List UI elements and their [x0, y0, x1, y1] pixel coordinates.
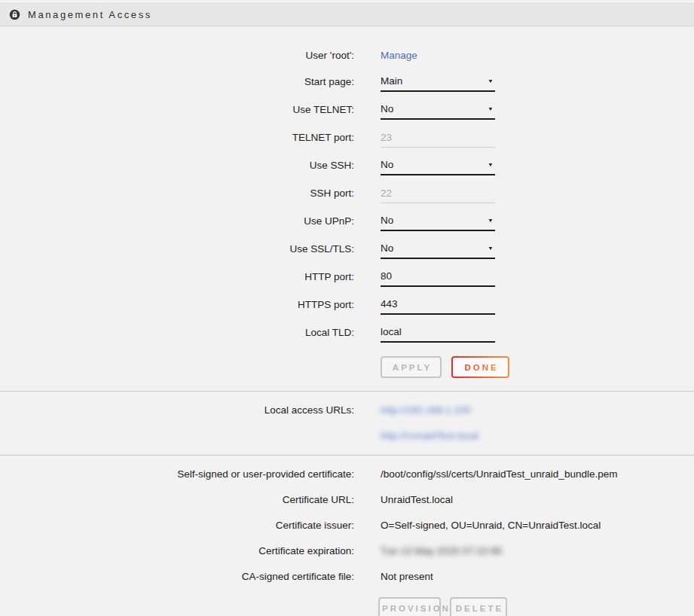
cert-row-bundle: Self-signed or user-provided certificate…	[0, 461, 694, 486]
form-row-telnet-port: TELNET port:	[0, 124, 694, 151]
form-row-use-telnet: Use TELNET: No ▼	[0, 96, 694, 124]
use-ssh-select[interactable]: No ▼	[381, 156, 495, 175]
page-title: Management Access	[28, 9, 152, 20]
cert-bundle-value: /boot/config/ssl/certs/UnraidTest_unraid…	[381, 468, 617, 480]
ca-file-value: Not present	[381, 571, 433, 582]
cert-url-value: UnraidTest.local	[381, 494, 453, 505]
cert-expiration-label: Certificate expiration:	[0, 545, 354, 557]
http-port-input[interactable]	[381, 267, 495, 287]
lock-icon	[9, 9, 20, 20]
form-row-http-port: HTTP port:	[0, 263, 694, 291]
use-upnp-select[interactable]: No ▼	[381, 212, 495, 231]
cert-row-expiration: Certificate expiration: Tue 13 May 2025 …	[0, 538, 694, 563]
use-ssl-select[interactable]: No ▼	[381, 239, 495, 259]
https-port-input[interactable]	[381, 295, 495, 315]
form-row-use-ssh: Use SSH: No ▼	[0, 151, 694, 179]
form-row-use-upnp: Use UPnP: No ▼	[0, 207, 694, 235]
local-access-row: http://UnraidTest.local	[0, 422, 694, 448]
use-telnet-value: No	[381, 103, 393, 114]
cert-url-label: Certificate URL:	[0, 494, 354, 505]
form-row-local-tld: Local TLD:	[0, 319, 694, 346]
use-upnp-label: Use UPnP:	[0, 215, 354, 227]
local-access-section: Local access URLs: http://192.168.1.100 …	[0, 392, 694, 455]
form-row-https-port: HTTPS port:	[0, 291, 694, 319]
cert-issuer-label: Certificate issuer:	[0, 520, 354, 531]
manage-root-link[interactable]: Manage	[381, 50, 417, 61]
form-buttons: APPLY DONE	[381, 356, 694, 378]
done-button-label: DONE	[464, 363, 498, 372]
chevron-down-icon: ▼	[488, 245, 494, 252]
cert-row-issuer: Certificate issuer: O=Self-signed, OU=Un…	[0, 512, 694, 538]
use-upnp-value: No	[381, 215, 393, 226]
ca-file-label: CA-signed certificate file:	[0, 571, 354, 582]
start-page-select[interactable]: Main ▼	[381, 72, 495, 92]
local-tld-input[interactable]	[381, 323, 495, 343]
cert-bundle-label: Self-signed or user-provided certificate…	[0, 468, 354, 480]
done-button[interactable]: DONE	[451, 356, 509, 378]
local-access-label: Local access URLs:	[0, 404, 354, 416]
telnet-port-label: TELNET port:	[0, 132, 354, 143]
use-telnet-select[interactable]: No ▼	[381, 100, 495, 120]
cert-row-ca-file: CA-signed certificate file: Not present	[0, 563, 694, 589]
use-ssl-label: Use SSL/TLS:	[0, 243, 354, 255]
cert-issuer-value: O=Self-signed, OU=Unraid, CN=UnraidTest.…	[381, 520, 601, 531]
user-root-label: User 'root':	[0, 50, 354, 61]
ssh-port-input	[381, 184, 495, 203]
chevron-down-icon: ▼	[488, 106, 494, 112]
form-row-start-page: Start page: Main ▼	[0, 68, 694, 96]
form-row-use-ssl: Use SSL/TLS: No ▼	[0, 235, 694, 263]
start-page-value: Main	[381, 75, 402, 87]
start-page-label: Start page:	[0, 76, 354, 87]
management-access-form: User 'root': Manage Start page: Main ▼ U…	[0, 26, 694, 391]
use-ssh-value: No	[381, 159, 393, 170]
local-tld-label: Local TLD:	[0, 327, 354, 338]
titlebar: Management Access	[0, 3, 694, 26]
chevron-down-icon: ▼	[488, 162, 494, 168]
chevron-down-icon: ▼	[488, 78, 494, 84]
local-access-row: Local access URLs: http://192.168.1.100	[0, 397, 694, 422]
http-port-label: HTTP port:	[0, 271, 354, 282]
cert-row-url: Certificate URL: UnraidTest.local	[0, 486, 694, 512]
use-ssh-label: Use SSH:	[0, 160, 354, 171]
local-access-url-2[interactable]: http://UnraidTest.local	[381, 430, 478, 441]
provision-button[interactable]: PROVISION	[378, 597, 441, 616]
certificates-section: Self-signed or user-provided certificate…	[0, 456, 694, 616]
use-ssl-value: No	[381, 242, 393, 254]
delete-button[interactable]: DELETE	[450, 597, 507, 616]
https-port-label: HTTPS port:	[0, 299, 354, 310]
local-access-url-1[interactable]: http://192.168.1.100	[381, 404, 471, 416]
apply-button[interactable]: APPLY	[381, 356, 442, 378]
use-telnet-label: Use TELNET:	[0, 104, 354, 115]
ssh-port-label: SSH port:	[0, 188, 354, 199]
chevron-down-icon: ▼	[488, 218, 494, 224]
form-row-ssh-port: SSH port:	[0, 179, 694, 207]
certificate-buttons: PROVISION DELETE	[378, 597, 694, 616]
form-row-user-root: User 'root': Manage	[0, 42, 694, 68]
telnet-port-input	[381, 128, 495, 148]
cert-expiration-value: Tue 13 May 2025 07:10:48	[381, 545, 502, 557]
